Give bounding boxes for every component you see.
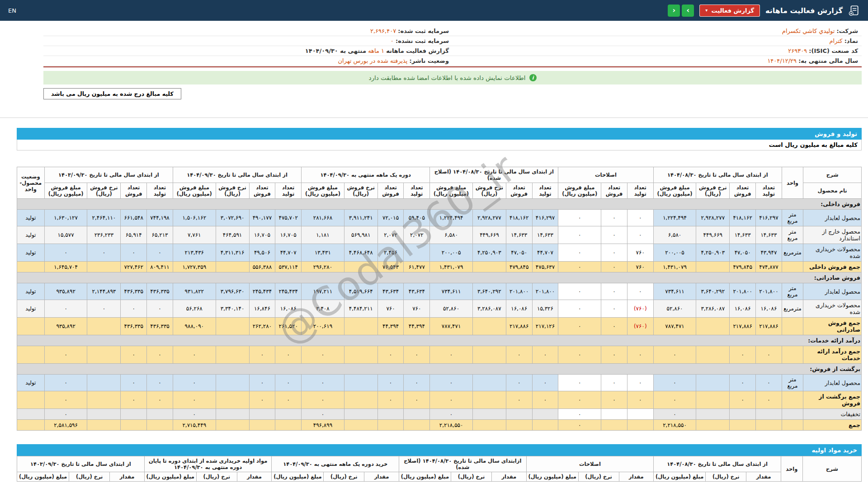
value-cell	[344, 375, 377, 391]
value-cell: ۲,۴۶۴,۱۱۰	[87, 210, 121, 226]
value-cell: ۰	[558, 244, 601, 262]
value-cell	[216, 262, 249, 272]
value-cell	[275, 420, 302, 431]
unit-cell: مترمربع	[782, 300, 803, 318]
value-cell: ۴۳,۶۳۴	[377, 283, 404, 300]
value-cell: ۱۵,۳۲۶	[532, 300, 558, 318]
col-sub-header-5-3: مبلغ فروش (میلیون ریال)	[44, 183, 87, 199]
info-body: شرکت: توليدي كاشي تكسرامسرمایه ثبت شده: …	[43, 26, 862, 66]
nav-prev-button[interactable]: ‹	[668, 5, 680, 17]
value-cell: ۱۶,۷۰۵	[275, 226, 302, 244]
value-cell: ۰	[302, 346, 344, 364]
value-cell: ۴۷۹,۸۴۵	[730, 262, 756, 272]
value-cell	[696, 409, 730, 420]
value-cell: ۴۱۶,۲۹۷	[532, 210, 558, 226]
value-cell: ۳,۴۰۸	[302, 300, 344, 318]
value-cell: ۱۶,۰۸۶	[756, 300, 782, 318]
info-value-link[interactable]: كترام	[830, 38, 843, 44]
value-cell: ۰	[302, 375, 344, 391]
col-sub-header-0-3: مبلغ فروش (میلیون ریال)	[653, 183, 696, 199]
value-cell: ۹۳۵,۸۹۲	[44, 283, 87, 300]
info-value-link[interactable]: توليدي كاشي تكسرام	[782, 28, 835, 34]
value-cell: ۰	[506, 375, 532, 391]
info-label: وضعیت ناشر:	[410, 57, 449, 64]
raw-materials-table: شرحواحداز ابتدای سال مالی تا تاریخ ۱۴۰۴/…	[17, 456, 862, 482]
value-cell: ۴۱۸,۱۶۲	[506, 210, 532, 226]
value-cell: ۲,۰۷۲	[377, 226, 404, 244]
value-cell: ۰	[121, 391, 147, 409]
value-cell: ۳,۰۷۲,۶۹۰	[216, 210, 249, 226]
value-cell: ۰	[627, 391, 653, 409]
value-cell	[506, 420, 532, 431]
col-group-header-1: اصلاحات	[558, 167, 653, 183]
value-cell: ۳,۲۸۶,۰۸۷	[696, 300, 730, 318]
table-row: محصولات خریداری شدهمترمربع۱۶,۰۸۶۱۶,۰۸۶۳,…	[17, 300, 862, 318]
value-cell: ۰	[173, 375, 216, 391]
value-cell	[216, 391, 249, 409]
value-cell: ۲,۴۵۶	[377, 244, 404, 262]
info-value: ۱۴۰۴/۱۲/۲۹	[767, 57, 797, 64]
col-sub-header-2-1: تعداد فروش	[506, 183, 532, 199]
value-cell: ۴۹,۵۰۶	[249, 244, 275, 262]
info-cell-right: کد صنعت (ISIC): ۲۶۹۳۰۹	[453, 46, 862, 56]
col-sub-header-4-0: تعداد تولید	[275, 183, 302, 199]
table-group-header-row: شرحواحداز ابتدای سال مالی تا تاریخ ۱۴۰۴/…	[17, 167, 862, 183]
value-cell: ۲,۹۲۸,۲۷۷	[696, 210, 730, 226]
value-cell: ۰	[275, 346, 302, 364]
value-cell: ۰	[558, 283, 601, 300]
value-cell: ۰	[558, 346, 601, 364]
status-cell: تولید	[17, 283, 45, 300]
col-sub-header-5-2: مبلغ (میلیون ریال)	[17, 472, 69, 482]
value-cell	[532, 409, 558, 420]
value-cell: ۲۰۱,۸۰۰	[730, 283, 756, 300]
value-cell: ۰	[147, 346, 173, 364]
info-value: ۱ ماهه	[368, 47, 384, 54]
value-cell: ۰	[430, 375, 473, 391]
value-cell	[344, 409, 377, 420]
value-cell: ۴۴۹,۶۶۹	[472, 226, 506, 244]
value-cell: ۱۴,۶۳۳	[532, 226, 558, 244]
section-label-cell: برگشت از فروش:	[17, 364, 862, 375]
col-group-header-2: از ابتدای سال مالی تا تاریخ ۱۴۰۴/۰۸/۳۰ (…	[430, 167, 558, 183]
status-cell: تولید	[17, 375, 45, 391]
value-cell: ۴۳۶,۳۳۵	[121, 283, 147, 300]
col-group-header-5: از ابتدای سال مالی تا تاریخ ۱۴۰۳/۰۹/۳۰	[44, 167, 173, 183]
language-toggle[interactable]: EN	[8, 7, 16, 14]
info-value: ۲۶۹۳۰۹	[788, 47, 807, 54]
col-group-header-3: خرید دوره یک ماهه منتهی به ۱۴۰۴/۰۹/۳۰	[272, 456, 399, 472]
top-header: گزارش فعالیت ماهانه گزارش فعالیت ▾ › ‹ E…	[0, 0, 868, 21]
company-info-table: شرکت: توليدي كاشي تكسرامسرمایه ثبت شده: …	[43, 26, 862, 66]
value-cell	[472, 346, 506, 364]
value-cell: ۱,۵۰۶,۱۶۲	[173, 210, 216, 226]
value-cell: ۵۹,۴۰۵	[404, 210, 430, 226]
value-cell: ۳,۶۴۰,۲۹۲	[696, 283, 730, 300]
page-title: گزارش فعالیت ماهانه	[765, 6, 843, 15]
col-sub-header-1-1: نرخ (ریال)	[578, 472, 619, 482]
sales-table-body: فروش داخلی:محصول لعابدارمتر مربع۴۱۶,۲۹۷۴…	[17, 199, 862, 431]
value-cell: ۰	[404, 375, 430, 391]
value-cell: ۰	[44, 375, 87, 391]
col-sub-header-4-3: مبلغ فروش (میلیون ریال)	[173, 183, 216, 199]
value-cell	[87, 346, 121, 364]
value-cell	[472, 391, 506, 409]
divider	[0, 117, 868, 118]
value-cell: ۱۵,۵۷۷	[44, 226, 87, 244]
col-sub-header-4-2: مبلغ (میلیون ریال)	[144, 472, 196, 482]
value-cell: ۶,۵۸۰	[653, 226, 696, 244]
sales-table-head: شرحواحداز ابتدای سال مالی تا تاریخ ۱۴۰۴/…	[17, 167, 862, 199]
col-sub-header-1-1: تعداد فروش	[601, 183, 627, 199]
value-cell: ۰	[121, 244, 147, 262]
nav-next-button[interactable]: ›	[682, 5, 694, 17]
value-cell: ۳,۷۹۶,۶۳۰	[216, 283, 249, 300]
value-cell	[730, 420, 756, 431]
info-icon: i	[529, 74, 537, 81]
value-cell: ۴۴۹,۶۶۹	[696, 226, 730, 244]
value-cell: ۶۵,۲۱۳	[147, 226, 173, 244]
value-cell: ۱۴,۶۳۳	[506, 226, 532, 244]
value-cell: ۴۷۵,۷۰۲	[275, 210, 302, 226]
report-type-button[interactable]: گزارش فعالیت ▾	[699, 5, 760, 17]
value-cell: ۱,۴۳۱,۰۷۹	[653, 262, 696, 272]
value-cell: ۴,۲۵۰,۹۰۳	[696, 244, 730, 262]
value-cell: ۲۰۰,۰۰۵	[653, 244, 696, 262]
value-cell	[344, 318, 377, 335]
